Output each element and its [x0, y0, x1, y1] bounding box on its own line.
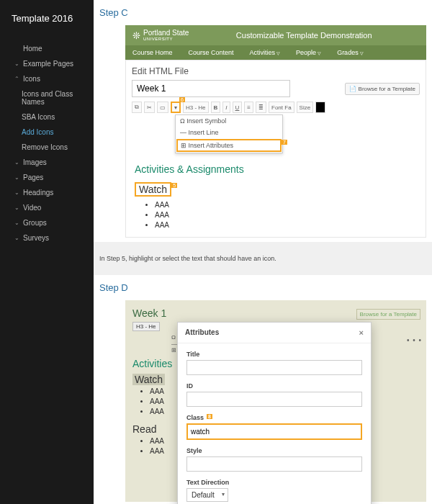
text-direction-select[interactable]: Default [186, 488, 228, 502]
editor-title: Edit HTML File [132, 66, 420, 76]
step-c-heading: Step C [94, 0, 432, 25]
list-button[interactable]: ≣ [256, 102, 266, 113]
sidebar-item-label: Icons and Class Names [22, 90, 88, 106]
site-title: Template 2016 [0, 13, 94, 41]
title-field[interactable] [186, 360, 362, 375]
sidebar-item-label: Surveys [23, 234, 49, 242]
sidebar: Template 2016 Home ⌄Example Pages ⌃Icons… [0, 0, 94, 504]
tab-label: People [296, 49, 316, 56]
sidebar-item-headings[interactable]: ⌄Headings [0, 185, 94, 200]
editor-body: Activities & Assignments Watch5 AAA AAA … [132, 153, 420, 229]
sidebar-item-label: Groups [23, 219, 47, 227]
color-button[interactable] [315, 102, 325, 113]
watch-selected: Watch [132, 374, 165, 385]
tab-label: Activities [250, 49, 276, 56]
chevron-down-icon: ⌄ [14, 189, 20, 196]
tab-grades[interactable]: Grades▽ [337, 49, 364, 56]
tab-activities[interactable]: Activities▽ [250, 49, 281, 56]
sidebar-item-label: Headings [23, 189, 53, 197]
callout-8: 8 [207, 414, 212, 419]
sidebar-item-label: Video [23, 204, 41, 212]
bold-button[interactable]: B [211, 102, 221, 113]
sidebar-item-example-pages[interactable]: ⌄Example Pages [0, 56, 94, 71]
chevron-up-icon: ⌃ [14, 76, 20, 82]
insert-dropdown: Ω Insert Symbol ― Insert Line ⊞ Insert A… [175, 114, 283, 153]
chevron-down-icon: ⌄ [14, 159, 20, 166]
main-content: Step C ❊ Portland StateUNIVERSITY Custom… [94, 0, 432, 504]
more-icon[interactable]: • • • [407, 336, 422, 344]
sidebar-item-label: Home [23, 45, 42, 53]
callout-6: 6 [179, 97, 185, 102]
italic-button[interactable]: I [222, 102, 230, 113]
label-id: ID [186, 382, 362, 390]
sidebar-item-sba-icons[interactable]: SBA Icons [0, 109, 94, 125]
size-dropdown[interactable]: Size [297, 102, 314, 113]
sidebar-item-groups[interactable]: ⌄Groups [0, 215, 94, 230]
tab-label: Course Home [132, 49, 173, 56]
heading-dropdown[interactable]: H3 - He [183, 102, 209, 113]
sidebar-item-home[interactable]: Home [0, 41, 94, 56]
sidebar-item-surveys[interactable]: ⌄Surveys [0, 230, 94, 246]
sidebar-item-label: SBA Icons [22, 113, 55, 121]
read-heading: Read [132, 423, 156, 435]
class-field[interactable] [186, 423, 362, 440]
logo-icon: ❊ [132, 30, 140, 41]
callout-5: 5 [171, 183, 177, 188]
dropdown-icon: ▽ [276, 50, 280, 55]
label-class: Class8 [186, 414, 362, 421]
chevron-down-icon: ⌄ [14, 235, 20, 241]
dd-insert-line[interactable]: ― Insert Line [176, 127, 282, 138]
tab-people[interactable]: People▽ [296, 49, 321, 56]
chevron-down-icon: ⌄ [14, 60, 20, 67]
heading-dropdown[interactable]: H3 - He [132, 322, 160, 331]
dropdown-icon: ▽ [360, 50, 364, 55]
style-field[interactable] [186, 456, 362, 472]
font-dropdown[interactable]: Font Fa [269, 102, 294, 113]
sidebar-item-label: Remove Icons [22, 143, 68, 151]
dd-label: Insert Line [189, 129, 219, 136]
sidebar-item-add-icons[interactable]: Add Icons [0, 125, 94, 140]
browse-template-button[interactable]: Browse for a Template [345, 83, 420, 95]
list-item: AAA [155, 211, 417, 219]
attributes-modal: Attributes × Title ID Class8 Style Text … [177, 322, 372, 504]
paste-button[interactable]: ▭ [157, 102, 168, 113]
dd-insert-symbol[interactable]: Ω Insert Symbol [176, 115, 282, 127]
dd-insert-attributes[interactable]: ⊞ Insert Attributes7 [176, 139, 282, 152]
paragraph-button[interactable]: ⧉ [132, 102, 142, 113]
sidebar-item-icons-class-names[interactable]: Icons and Class Names [0, 86, 94, 109]
close-icon[interactable]: × [359, 328, 364, 337]
tab-course-content[interactable]: Course Content [189, 49, 234, 56]
tab-label: Course Content [189, 49, 234, 56]
cut-button[interactable]: ✂ [144, 102, 155, 113]
underline-button[interactable]: U [233, 102, 243, 113]
title-input[interactable] [132, 80, 290, 97]
sidebar-item-images[interactable]: ⌄Images [0, 155, 94, 170]
sidebar-item-pages[interactable]: ⌄Pages [0, 170, 94, 185]
insert-stuff-button[interactable]: ▾6 [171, 102, 181, 113]
activities-heading: Activities & Assignments [135, 163, 417, 175]
sidebar-item-label: Pages [23, 174, 43, 181]
chevron-down-icon: ⌄ [14, 174, 20, 181]
sidebar-item-label: Icons [23, 75, 40, 83]
callout-7: 7 [282, 140, 287, 145]
dd-label: Insert Symbol [186, 117, 226, 125]
tab-course-home[interactable]: Course Home [132, 49, 173, 56]
chevron-down-icon: ⌄ [14, 220, 20, 226]
psu-logo: ❊ Portland StateUNIVERSITY [132, 30, 189, 41]
sidebar-item-remove-icons[interactable]: Remove Icons [0, 140, 94, 155]
watch-text: Watch [139, 184, 167, 195]
screenshot-step-c: ❊ Portland StateUNIVERSITY Customizable … [125, 25, 426, 238]
modal-title: Attributes [185, 328, 219, 337]
psu-university: UNIVERSITY [143, 37, 189, 41]
sidebar-item-video[interactable]: ⌄Video [0, 200, 94, 215]
psu-header-bar: ❊ Portland StateUNIVERSITY Customizable … [125, 25, 426, 45]
dd-label: Insert Attributes [189, 142, 234, 149]
chevron-down-icon: ⌄ [14, 204, 20, 211]
bullet-list: AAA AAA AAA [155, 201, 417, 229]
id-field[interactable] [186, 392, 362, 407]
browse-template-button[interactable]: Browse for a Template [356, 309, 420, 320]
tab-label: Grades [337, 49, 359, 56]
sidebar-item-label: Add Icons [22, 128, 53, 136]
sidebar-item-icons[interactable]: ⌃Icons [0, 71, 94, 86]
indent-button[interactable]: ≡ [244, 102, 253, 113]
